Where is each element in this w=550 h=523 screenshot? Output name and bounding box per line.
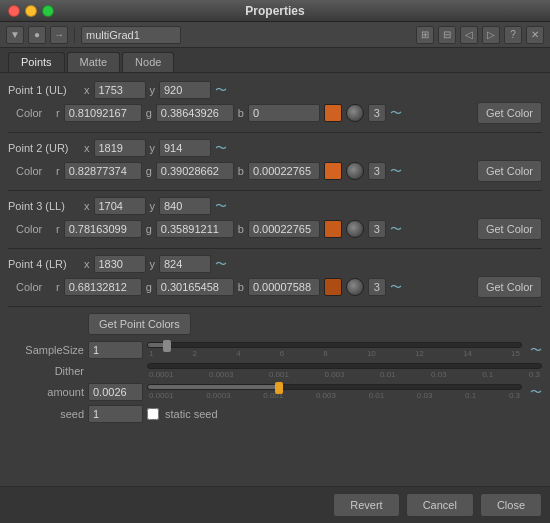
- point-1-color-wheel[interactable]: [346, 104, 364, 122]
- point-4-num-badge[interactable]: 3: [368, 278, 386, 296]
- sample-size-anim-icon[interactable]: 〜: [530, 342, 542, 359]
- point-2-get-color-button[interactable]: Get Color: [477, 160, 542, 182]
- point-3-x-label: x: [84, 200, 90, 212]
- point-4-color-row: Color r g b 3 〜 Get Color: [8, 276, 542, 298]
- point-3-x-input[interactable]: [94, 197, 146, 215]
- point-3-color-anim-icon[interactable]: 〜: [390, 221, 402, 238]
- view-icon-2[interactable]: ⊟: [438, 26, 456, 44]
- sample-size-ticks: 1 2 4 6 8 10 12 14 15: [147, 349, 522, 358]
- static-seed-checkbox[interactable]: [147, 408, 159, 420]
- point-2-group: Point 2 (UR) x y 〜 Color r g b 3 〜 Get C…: [8, 139, 542, 182]
- close-icon[interactable]: ✕: [526, 26, 544, 44]
- point-4-label: Point 4 (LR): [8, 258, 80, 270]
- point-1-color-anim-icon[interactable]: 〜: [390, 105, 402, 122]
- get-point-colors-button[interactable]: Get Point Colors: [88, 313, 191, 335]
- point-4-color-anim-icon[interactable]: 〜: [390, 279, 402, 296]
- tab-node[interactable]: Node: [122, 52, 174, 72]
- window-title: Properties: [245, 4, 304, 18]
- point-2-b-input[interactable]: [248, 162, 320, 180]
- point-4-color-label: Color: [16, 281, 52, 293]
- point-4-r-input[interactable]: [64, 278, 142, 296]
- divider-2: [8, 190, 542, 191]
- seed-input[interactable]: [88, 405, 143, 423]
- point-2-anim-icon[interactable]: 〜: [215, 140, 227, 157]
- point-1-y-input[interactable]: [159, 81, 211, 99]
- point-4-x-label: x: [84, 258, 90, 270]
- point-2-num-badge[interactable]: 3: [368, 162, 386, 180]
- point-3-num-badge[interactable]: 3: [368, 220, 386, 238]
- tab-matte[interactable]: Matte: [67, 52, 121, 72]
- seed-row: seed static seed: [8, 405, 542, 423]
- point-4-y-input[interactable]: [159, 255, 211, 273]
- point-3-y-input[interactable]: [159, 197, 211, 215]
- point-3-g-input[interactable]: [156, 220, 234, 238]
- sample-size-slider-track[interactable]: [147, 342, 522, 348]
- tab-points[interactable]: Points: [8, 52, 65, 72]
- content-area: Point 1 (UL) x y 〜 Color r g b 3 〜 Get C…: [0, 73, 550, 486]
- circle-button[interactable]: ●: [28, 26, 46, 44]
- point-1-g-label: g: [146, 107, 152, 119]
- point-3-color-label: Color: [16, 223, 52, 235]
- amount-ticks: 0.0001 0.0003 0.001 0.003 0.01 0.03 0.1 …: [147, 391, 522, 400]
- dither-slider-container: 0.0001 0.0003 0.001 0.003 0.01 0.03 0.1 …: [147, 363, 542, 379]
- point-2-y-input[interactable]: [159, 139, 211, 157]
- point-2-g-input[interactable]: [156, 162, 234, 180]
- point-4-b-input[interactable]: [248, 278, 320, 296]
- point-3-color-wheel[interactable]: [346, 220, 364, 238]
- point-2-label: Point 2 (UR): [8, 142, 80, 154]
- point-1-group: Point 1 (UL) x y 〜 Color r g b 3 〜 Get C…: [8, 81, 542, 124]
- cancel-button[interactable]: Cancel: [406, 493, 474, 517]
- point-1-r-input[interactable]: [64, 104, 142, 122]
- point-2-r-input[interactable]: [64, 162, 142, 180]
- menu-icon[interactable]: ▼: [6, 26, 24, 44]
- point-2-g-label: g: [146, 165, 152, 177]
- revert-button[interactable]: Revert: [333, 493, 399, 517]
- point-1-get-color-button[interactable]: Get Color: [477, 102, 542, 124]
- point-4-color-wheel[interactable]: [346, 278, 364, 296]
- point-3-r-input[interactable]: [64, 220, 142, 238]
- point-1-b-input[interactable]: [248, 104, 320, 122]
- window-controls[interactable]: [8, 5, 54, 17]
- amount-anim-icon[interactable]: 〜: [530, 384, 542, 401]
- point-3-b-input[interactable]: [248, 220, 320, 238]
- point-1-x-input[interactable]: [94, 81, 146, 99]
- point-4-g-input[interactable]: [156, 278, 234, 296]
- dither-ticks: 0.0001 0.0003 0.001 0.003 0.01 0.03 0.1 …: [147, 370, 542, 379]
- sample-size-label: SampleSize: [8, 344, 84, 356]
- point-3-get-color-button[interactable]: Get Color: [477, 218, 542, 240]
- point-1-swatch[interactable]: [324, 104, 342, 122]
- view-icon-1[interactable]: ⊞: [416, 26, 434, 44]
- point-1-anim-icon[interactable]: 〜: [215, 82, 227, 99]
- point-4-get-color-button[interactable]: Get Color: [477, 276, 542, 298]
- minimize-window-button[interactable]: [25, 5, 37, 17]
- amount-input[interactable]: [88, 383, 143, 401]
- point-1-g-input[interactable]: [156, 104, 234, 122]
- maximize-window-button[interactable]: [42, 5, 54, 17]
- point-1-coords-row: Point 1 (UL) x y 〜: [8, 81, 542, 99]
- point-2-x-input[interactable]: [94, 139, 146, 157]
- point-1-b-label: b: [238, 107, 244, 119]
- bottom-section: Get Point Colors SampleSize 1 2 4 6 8 10…: [8, 313, 542, 423]
- point-2-swatch[interactable]: [324, 162, 342, 180]
- point-2-color-wheel[interactable]: [346, 162, 364, 180]
- sample-size-input[interactable]: [88, 341, 143, 359]
- point-4-swatch[interactable]: [324, 278, 342, 296]
- dither-slider-track[interactable]: [147, 363, 542, 369]
- point-1-num-badge[interactable]: 3: [368, 104, 386, 122]
- point-4-x-input[interactable]: [94, 255, 146, 273]
- point-4-anim-icon[interactable]: 〜: [215, 256, 227, 273]
- nav-back[interactable]: ◁: [460, 26, 478, 44]
- node-name-input[interactable]: [81, 26, 181, 44]
- point-1-label: Point 1 (UL): [8, 84, 80, 96]
- point-3-swatch[interactable]: [324, 220, 342, 238]
- close-button[interactable]: Close: [480, 493, 542, 517]
- nav-forward[interactable]: ▷: [482, 26, 500, 44]
- amount-slider-track[interactable]: [147, 384, 522, 390]
- point-2-color-anim-icon[interactable]: 〜: [390, 163, 402, 180]
- dither-row: Dither 0.0001 0.0003 0.001 0.003 0.01 0.…: [8, 363, 542, 379]
- point-3-anim-icon[interactable]: 〜: [215, 198, 227, 215]
- arrow-icon[interactable]: →: [50, 26, 68, 44]
- close-window-button[interactable]: [8, 5, 20, 17]
- help-icon[interactable]: ?: [504, 26, 522, 44]
- divider-1: [8, 132, 542, 133]
